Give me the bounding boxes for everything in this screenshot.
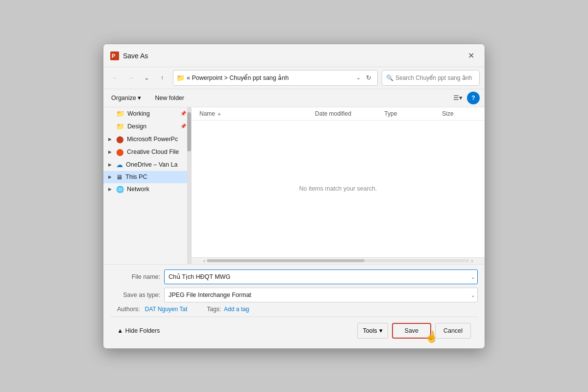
sidebar-item-creative-cloud[interactable]: ▶ ⬤ Creative Cloud File [103, 146, 191, 158]
save-type-row: Save as type: JPEG File Interchange Form… [110, 288, 478, 302]
sidebar-item-label: Network [127, 186, 186, 193]
file-name-input-wrapper: ⌄ [164, 270, 478, 284]
sidebar-item-working[interactable]: 📁 Working 📌 [103, 107, 191, 120]
back-button[interactable]: ← [108, 71, 122, 85]
organize-button[interactable]: Organize ▾ [108, 93, 144, 103]
address-chevron-icon: ⌄ [356, 74, 361, 81]
sidebar-item-onedrive[interactable]: ▶ ☁ OneDrive – Van La [103, 158, 191, 171]
close-button[interactable]: ✕ [464, 49, 478, 63]
sidebar-item-label: OneDrive – Van La [126, 161, 186, 168]
this-pc-icon: 🖥 [116, 173, 122, 181]
folder-icon: 📁 [116, 122, 124, 130]
sort-arrow-icon: ▲ [217, 111, 221, 116]
scrollbar-thumb-h [207, 259, 364, 262]
sidebar-item-label: This PC [125, 173, 186, 180]
empty-message: No items match your search. [192, 121, 485, 257]
sidebar: 📁 Working 📌 📁 Design 📌 ▶ ⬤ Microsoft Pow… [103, 107, 192, 264]
new-folder-button[interactable]: New folder [152, 93, 187, 103]
file-list-header: Name ▲ Date modified Type Size [192, 107, 485, 121]
authors-item: Authors: DAT Nguyen Tat [117, 306, 187, 313]
authors-value[interactable]: DAT Nguyen Tat [145, 306, 188, 313]
view-options-button[interactable]: ☰ ▾ [451, 92, 464, 104]
sidebar-scroll[interactable]: 📁 Working 📌 📁 Design 📌 ▶ ⬤ Microsoft Pow… [103, 107, 191, 264]
onedrive-icon: ☁ [116, 161, 123, 169]
app-icon: P [110, 51, 119, 60]
toolbar-right: ☰ ▾ ? [451, 92, 480, 104]
address-bar[interactable]: 📁 « Powerpoint > Chuyển ppt sang ảnh ⌄ ↻ [173, 70, 378, 86]
save-as-dialog: P Save As ✕ ← → ⌄ ↑ 📁 « Powerpoint > Chu… [103, 44, 485, 349]
sidebar-item-label: Microsoft PowerPc [127, 136, 186, 143]
column-type[interactable]: Type [384, 110, 442, 117]
save-type-label: Save as type: [110, 292, 164, 298]
help-button[interactable]: ? [467, 92, 480, 104]
address-folder-icon: 📁 [176, 74, 185, 82]
action-row: ▲ Hide Folders Tools ▾ Save ☝ Cancel [110, 317, 478, 343]
tools-arrow-icon: ▾ [379, 327, 383, 334]
bottom-area: File name: ⌄ Save as type: JPEG File Int… [103, 264, 485, 348]
column-date-modified[interactable]: Date modified [315, 110, 385, 117]
folder-icon: 📁 [116, 110, 124, 118]
action-buttons: Tools ▾ Save ☝ Cancel [357, 323, 471, 339]
network-icon: 🌐 [116, 186, 124, 193]
save-button[interactable]: Save [392, 323, 432, 339]
sidebar-item-label: Working [127, 110, 177, 117]
save-button-wrapper: Save ☝ [392, 323, 432, 339]
file-name-input[interactable] [164, 270, 478, 284]
meta-row: Authors: DAT Nguyen Tat Tags: Add a tag [110, 306, 478, 313]
hide-folders-arrow-icon: ▲ [117, 327, 123, 334]
sidebar-item-microsoft-powerpoint[interactable]: ▶ ⬤ Microsoft PowerPc [103, 133, 191, 146]
sidebar-item-label: Design [127, 123, 177, 130]
file-name-label: File name: [110, 273, 164, 280]
view-arrow-icon: ▾ [459, 94, 463, 101]
pin-icon: 📌 [180, 123, 186, 129]
main-area: 📁 Working 📌 📁 Design 📌 ▶ ⬤ Microsoft Pow… [103, 107, 485, 264]
up-button[interactable]: ↑ [155, 71, 169, 85]
nav-bar: ← → ⌄ ↑ 📁 « Powerpoint > Chuyển ppt sang… [103, 67, 485, 89]
tags-label: Tags: [207, 306, 221, 313]
tags-item: Tags: Add a tag [207, 306, 249, 313]
sidebar-item-design[interactable]: 📁 Design 📌 [103, 120, 191, 133]
column-size[interactable]: Size [442, 110, 477, 117]
svg-text:P: P [112, 53, 115, 59]
expand-chevron-icon: ▶ [108, 187, 113, 192]
column-name[interactable]: Name ▲ [199, 110, 315, 117]
file-area: Name ▲ Date modified Type Size No items … [192, 107, 485, 264]
search-icon: 🔍 [386, 74, 393, 81]
expand-chevron-icon: ▶ [108, 162, 113, 167]
dialog-title: Save As [123, 52, 464, 60]
hide-folders-button[interactable]: ▲ Hide Folders [117, 327, 160, 334]
scroll-right-icon[interactable]: › [469, 258, 475, 264]
scrollbar-thumb [187, 112, 191, 151]
refresh-button[interactable]: ↻ [363, 72, 374, 84]
list-view-icon: ☰ [453, 94, 459, 101]
dropdown-button[interactable]: ⌄ [140, 71, 153, 85]
horizontal-scrollbar[interactable]: ‹ › [192, 257, 485, 264]
creative-cloud-icon: ⬤ [116, 148, 124, 156]
sidebar-item-network[interactable]: ▶ 🌐 Network [103, 183, 191, 196]
sidebar-item-label: Creative Cloud File [127, 148, 186, 155]
forward-button[interactable]: → [124, 71, 138, 85]
sidebar-item-this-pc[interactable]: ▶ 🖥 This PC [103, 171, 191, 183]
title-bar: P Save As ✕ [103, 44, 485, 67]
address-breadcrumb: « Powerpoint > Chuyển ppt sang ảnh [187, 74, 354, 81]
pin-icon: 📌 [180, 111, 186, 116]
tools-button[interactable]: Tools ▾ [357, 323, 388, 339]
authors-label: Authors: [117, 306, 142, 313]
scroll-left-icon[interactable]: ‹ [201, 258, 207, 264]
file-name-row: File name: ⌄ [110, 270, 478, 284]
search-bar[interactable]: 🔍 [382, 70, 480, 86]
tags-value[interactable]: Add a tag [224, 306, 249, 313]
expand-chevron-icon: ▶ [108, 174, 113, 179]
cancel-button[interactable]: Cancel [435, 323, 471, 339]
save-type-input-wrapper: JPEG File Interchange Format ⌄ [164, 288, 478, 302]
sidebar-scrollbar[interactable] [187, 107, 191, 264]
expand-chevron-icon: ▶ [108, 149, 113, 154]
scrollbar-track [207, 259, 469, 262]
save-type-select[interactable]: JPEG File Interchange Format [164, 288, 478, 302]
powerpoint-icon: ⬤ [116, 135, 124, 143]
toolbar: Organize ▾ New folder ☰ ▾ ? [103, 89, 485, 107]
search-input[interactable] [395, 74, 475, 81]
expand-chevron-icon: ▶ [108, 137, 113, 142]
